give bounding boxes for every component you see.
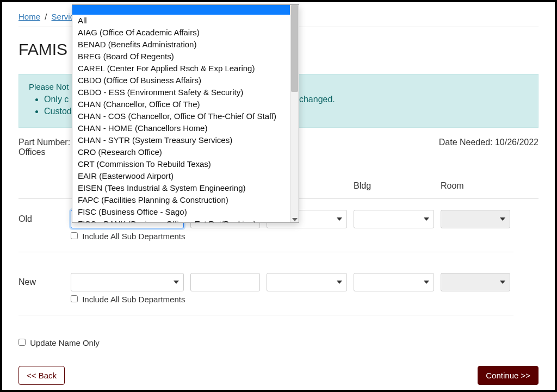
new-cc-select[interactable] [267, 273, 347, 291]
dropdown-option[interactable]: BENAD (Benefits Administration) [72, 39, 290, 51]
offices-label: Offices [18, 147, 70, 157]
new-include-sub-checkbox[interactable] [71, 295, 78, 302]
dropdown-option[interactable]: CBDO - ESS (Environment Safety & Securit… [72, 86, 290, 98]
old-include-sub-checkbox[interactable] [71, 232, 78, 239]
date-needed-value: 10/26/2022 [495, 138, 539, 147]
dropdown-option[interactable]: EISEN (Tees Industrial & System Engineer… [72, 182, 290, 194]
col-bldg: Bldg [350, 179, 437, 193]
breadcrumb-service[interactable]: Servic [52, 12, 75, 21]
dropdown-option[interactable]: CHAN - COS (Chancellor, Office Of The-Ch… [72, 110, 290, 122]
new-input-2[interactable] [190, 273, 260, 291]
new-room-select[interactable] [441, 273, 510, 291]
dropdown-scrollbar[interactable] [290, 5, 299, 222]
row-new-label: New [18, 277, 67, 287]
breadcrumb-home[interactable]: Home [18, 12, 40, 21]
update-name-row: Update Name Only [18, 338, 539, 347]
back-button[interactable]: << Back [18, 366, 65, 385]
new-include-sub-label: Include All Sub Departments [82, 295, 185, 304]
dropdown-option[interactable]: CHAN (Chancellor, Office Of The) [72, 98, 290, 110]
update-name-label: Update Name Only [30, 338, 100, 347]
row-new: New Include All Sub Departments [18, 266, 539, 329]
dropdown-option[interactable]: CHAN - SYTR (System Treasury Services) [72, 134, 290, 146]
col-room: Room [437, 179, 513, 193]
part-number-label: Part Number: [18, 138, 70, 147]
dropdown-option[interactable] [72, 5, 290, 15]
dropdown-option[interactable]: EAIR (Easterwood Airport) [72, 170, 290, 182]
update-name-checkbox[interactable] [18, 339, 26, 346]
dropdown-option[interactable]: All [72, 15, 290, 27]
old-bldg-select[interactable] [354, 210, 434, 228]
chevron-down-icon[interactable] [292, 218, 298, 221]
dept-dropdown-list[interactable]: AllAIAG (Office Of Academic Affairs)BENA… [72, 5, 290, 222]
dropdown-option[interactable]: AIAG (Office Of Academic Affairs) [72, 27, 290, 39]
old-include-sub-label: Include All Sub Departments [82, 232, 185, 241]
new-bldg-select[interactable] [354, 273, 434, 291]
new-dept-select[interactable] [71, 273, 184, 291]
dropdown-option[interactable]: CHAN - HOME (Chancellors Home) [72, 122, 290, 134]
dept-dropdown-popup[interactable]: AllAIAG (Office Of Academic Affairs)BENA… [72, 4, 299, 223]
dropdown-option[interactable]: CRT (Commission To Rebuild Texas) [72, 158, 290, 170]
date-needed-label: Date Needed: [439, 138, 493, 147]
dropdown-option[interactable]: FISC (Business Office - Sago) [72, 206, 290, 218]
dropdown-option[interactable]: FAPC (Facilities Planning & Construction… [72, 194, 290, 206]
continue-button[interactable]: Continue >> [478, 366, 539, 385]
row-old-label: Old [18, 214, 67, 224]
dropdown-option[interactable]: FISC - BANK (Business Office - Ext Rpt/B… [72, 218, 290, 222]
dropdown-option[interactable]: CRO (Research Office) [72, 146, 290, 158]
dropdown-scrollbar-thumb[interactable] [291, 5, 298, 92]
dropdown-option[interactable]: CBDO (Office Of Business Affairs) [72, 74, 290, 86]
dropdown-option[interactable]: CAREL (Center For Applied Rsch & Exp Lea… [72, 63, 290, 74]
old-room-select[interactable] [441, 210, 510, 228]
dropdown-option[interactable]: BREG (Board Of Regents) [72, 51, 290, 63]
